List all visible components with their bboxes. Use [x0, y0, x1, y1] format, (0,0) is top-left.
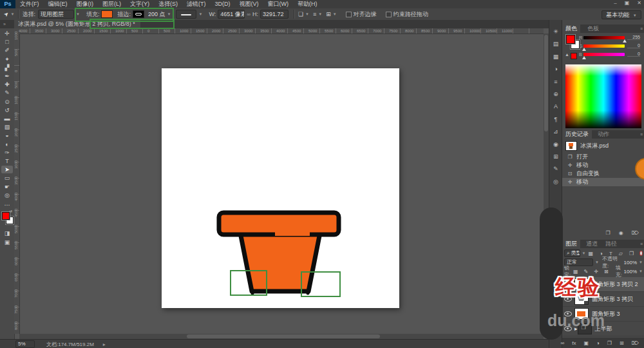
tab-swatches[interactable]: 色板 [584, 24, 602, 33]
info-panel-icon[interactable]: ◉ [551, 140, 560, 149]
eyedropper-tool[interactable]: ✒ [1, 72, 13, 80]
opacity-caret-icon[interactable]: ▼ [639, 260, 643, 264]
styles-panel-icon[interactable]: ▤ [551, 40, 560, 48]
channel-value-G[interactable]: 0 [627, 43, 640, 48]
history-step-2[interactable]: ⊡自由变换 [562, 169, 644, 178]
toolbar-collapse-icon[interactable]: » [3, 22, 6, 26]
menu-item-1[interactable]: 编辑(E) [44, 0, 72, 8]
tab-actions[interactable]: 动作 [594, 130, 612, 139]
history-snapshot-row[interactable]: 冰淇淋.psd [562, 140, 644, 151]
clone-source-panel-icon[interactable]: ⊕ [551, 90, 560, 99]
color-panel-menu-icon[interactable]: ≡ [640, 26, 643, 31]
gamut-swatch[interactable] [571, 53, 577, 59]
delete-layer-icon[interactable]: ⌦ [632, 340, 639, 346]
width-input[interactable]: 4651 像素 [218, 10, 245, 19]
channel-slider-G[interactable] [583, 44, 625, 48]
menu-item-7[interactable]: 3D(D) [211, 0, 235, 8]
tab-color[interactable]: 颜色 [562, 24, 580, 33]
layer-filter-caret-icon[interactable]: ▼ [582, 251, 586, 255]
minimize-button[interactable]: ‒ [614, 0, 616, 6]
notes-panel-icon[interactable]: ✎ [551, 165, 560, 173]
history-step-0[interactable]: ❐打开 [562, 153, 644, 161]
menu-item-9[interactable]: 窗口(W) [263, 0, 294, 8]
stroke-style-dropdown[interactable] [176, 10, 196, 19]
horizontal-scrollbar[interactable] [19, 334, 544, 339]
color-foreground-swatch[interactable] [566, 35, 575, 44]
color-spectrum-ramp[interactable] [565, 64, 641, 128]
layers-panel-menu-icon[interactable]: ≡ [640, 242, 643, 246]
navigator-panel-icon[interactable]: ⊞ [551, 153, 560, 161]
layer-group-icon[interactable]: ❐ [607, 340, 612, 346]
path-operations-caret-icon[interactable]: ▼ [305, 12, 309, 16]
new-layer-icon[interactable]: ⊞ [620, 340, 624, 346]
layer-filter-dropdown[interactable]: ⌕ 类型 [564, 249, 580, 257]
tab-history[interactable]: 历史记录 [562, 130, 592, 139]
adjustments-panel-icon[interactable]: ✳ [551, 28, 560, 36]
filter-pixel-layers-icon[interactable]: ▦ [588, 251, 593, 256]
workspace-switcher[interactable]: 基本功能 ▼ [601, 10, 641, 19]
layer-effects-icon[interactable]: fx [572, 340, 576, 346]
history-brush-tool[interactable]: ↺ [1, 106, 13, 114]
layer-filter-toggle[interactable] [639, 251, 643, 256]
new-document-from-state-icon[interactable]: ❐ [606, 230, 611, 236]
tab-paths[interactable]: 路径 [602, 240, 620, 248]
move-tool[interactable]: ✛ [1, 30, 13, 37]
select-dropdown[interactable]: 现用图层 [38, 10, 74, 19]
menu-item-0[interactable]: 文件(F) [15, 0, 44, 8]
properties-panel-icon[interactable]: ≡ [551, 78, 560, 86]
masks-panel-icon[interactable]: ◑ [551, 65, 560, 73]
channel-value-R[interactable]: 255 [627, 35, 640, 40]
fill-opacity-value[interactable]: 100% [624, 269, 637, 275]
path-arrangement-caret-icon[interactable]: ▼ [333, 12, 337, 16]
channel-knob-R[interactable] [623, 39, 627, 43]
history-panel-menu-icon[interactable]: ≡ [640, 132, 643, 137]
paragraph-panel-icon[interactable]: ¶ [551, 115, 560, 124]
character-panel-icon[interactable]: A [551, 102, 560, 111]
status-arrow-icon[interactable]: ▸ [103, 342, 106, 347]
menu-item-10[interactable]: 帮助(H) [293, 0, 322, 8]
swatches-panel-icon[interactable]: ▦ [551, 53, 560, 61]
canvas[interactable] [162, 68, 399, 308]
channel-knob-B[interactable] [582, 56, 586, 59]
new-snapshot-icon[interactable]: ◉ [619, 230, 623, 236]
height-input[interactable]: 3291.72 [260, 10, 289, 19]
channel-value-B[interactable]: 0 [627, 52, 640, 57]
opacity-value[interactable]: 100% [624, 260, 637, 266]
path-operations-icon[interactable]: ❏ [298, 11, 303, 17]
lock-all-icon[interactable]: ⊠ [604, 269, 609, 275]
constrain-drag-checkbox[interactable] [386, 12, 392, 17]
delete-state-icon[interactable]: ⌦ [632, 230, 639, 236]
gradient-tool[interactable]: ▧ [1, 123, 13, 131]
hand-tool[interactable]: ☛ [1, 183, 13, 191]
align-edges-checkbox[interactable] [346, 12, 352, 17]
dodge-tool[interactable]: ◐ [1, 140, 13, 148]
edit-toolbar-icon[interactable]: ⋯ [1, 201, 13, 209]
history-step-3[interactable]: ✛移动 [562, 178, 644, 186]
foreground-color-swatch[interactable] [2, 212, 10, 220]
blur-tool[interactable]: ◒ [1, 131, 13, 139]
link-layers-icon[interactable]: ∞ [560, 340, 564, 346]
clone-stamp-tool[interactable]: ⊙ [1, 98, 13, 106]
close-button[interactable]: ✕ [637, 0, 641, 6]
menu-item-8[interactable]: 视图(V) [235, 0, 263, 8]
rectangle-tool[interactable]: ▭ [1, 174, 13, 182]
path-alignment-icon[interactable]: ≡ [313, 11, 316, 17]
zoom-tool[interactable]: ◎ [1, 191, 13, 199]
tool-presets-panel-icon[interactable]: ◎ [551, 178, 560, 186]
fill-opacity-caret-icon[interactable]: ▼ [639, 269, 643, 273]
type-tool[interactable]: T [1, 157, 13, 165]
eraser-tool[interactable]: ▬ [1, 115, 13, 122]
adjustment-layer-icon[interactable]: ◑ [596, 340, 600, 346]
restore-button[interactable]: ▣ [625, 0, 630, 6]
quick-selection-tool[interactable]: ✦ [1, 55, 13, 63]
brush-tool[interactable]: ✎ [1, 89, 13, 97]
menu-item-6[interactable]: 滤镜(T) [182, 0, 211, 8]
history-step-1[interactable]: ✛移动 [562, 161, 644, 169]
lasso-tool[interactable]: ✐ [1, 46, 13, 54]
stroke-style-caret-icon[interactable]: ▼ [198, 12, 202, 16]
blend-mode-caret-icon[interactable]: ▼ [595, 260, 599, 264]
layer-mask-icon[interactable]: ▣ [583, 340, 589, 346]
healing-brush-tool[interactable]: ✚ [1, 81, 13, 88]
tool-preset-caret-icon[interactable]: ▼ [11, 12, 15, 16]
zoom-level-field[interactable]: 5% [15, 340, 35, 348]
